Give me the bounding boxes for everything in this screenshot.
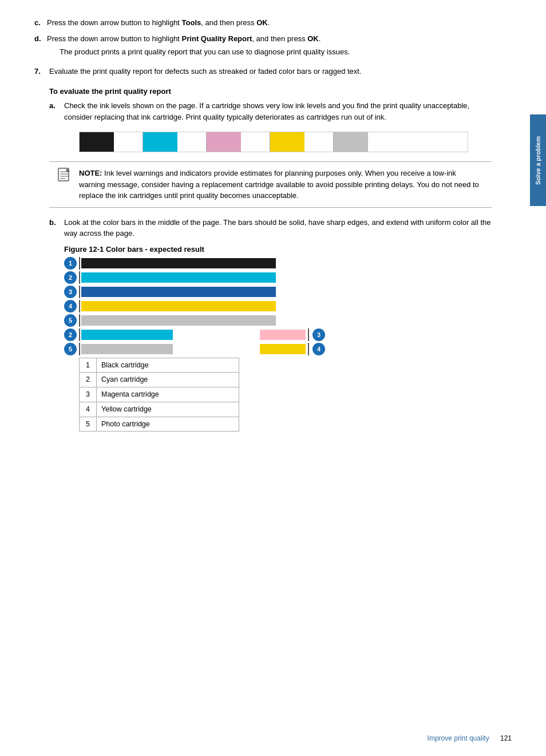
ink-photo-filled bbox=[334, 132, 368, 152]
step-c-text: Press the down arrow button to highlight… bbox=[47, 17, 492, 29]
svg-marker-5 bbox=[66, 168, 70, 172]
bar-line-5 bbox=[79, 314, 327, 327]
badge-5b: 5 bbox=[64, 343, 77, 355]
footer-text: Improve print quality bbox=[428, 734, 489, 742]
sidebar-label: Solve a problem bbox=[535, 136, 541, 185]
bar-fill-2 bbox=[81, 272, 276, 283]
legend-row-2: 2 Cyan cartridge bbox=[80, 373, 239, 387]
step-b-text: Look at the color bars in the middle of … bbox=[64, 217, 492, 239]
subsection-header: To evaluate the print quality report bbox=[49, 87, 492, 96]
bar-row-1: 1 bbox=[64, 257, 327, 270]
legend-num-2: 2 bbox=[80, 373, 97, 387]
ink-photo-empty bbox=[368, 132, 397, 152]
legend-row-4: 4 Yellow cartridge bbox=[80, 402, 239, 417]
legend-table: 1 Black cartridge 2 Cyan cartridge 3 Mag… bbox=[79, 358, 239, 432]
ink-strip bbox=[79, 132, 468, 152]
note-box: NOTE: Ink level warnings and indicators … bbox=[49, 161, 492, 208]
bar-line-2 bbox=[79, 271, 327, 284]
footer-page: 121 bbox=[500, 734, 512, 742]
subsection: To evaluate the print quality report a. … bbox=[49, 87, 492, 432]
ink-magenta bbox=[206, 132, 270, 152]
bar-marker-5 bbox=[79, 314, 80, 327]
step-7-text: Evaluate the print quality report for de… bbox=[49, 66, 492, 77]
ink-cyan-empty bbox=[177, 132, 206, 152]
note-text: Ink level warnings and indicators provid… bbox=[79, 169, 479, 200]
bar-marker-4 bbox=[79, 300, 80, 312]
badge-2: 2 bbox=[64, 271, 77, 284]
bar-line-4 bbox=[79, 300, 327, 312]
ink-yellow bbox=[270, 132, 333, 152]
split-fill-pink bbox=[260, 330, 306, 340]
bar-row-5: 5 bbox=[64, 314, 327, 327]
step-c-label: c. bbox=[34, 17, 47, 29]
split-right-2: 4 bbox=[260, 343, 327, 355]
bar-fill-3 bbox=[81, 287, 276, 297]
bar-fill-4 bbox=[81, 301, 276, 311]
split-row-1: 2 3 bbox=[64, 328, 327, 341]
legend-num-1: 1 bbox=[80, 358, 97, 373]
ink-black-empty bbox=[114, 132, 143, 152]
legend-label-2: Cyan cartridge bbox=[97, 373, 239, 387]
sidebar-tab: Solve a problem bbox=[530, 114, 546, 206]
split-fill-cyan bbox=[81, 330, 173, 340]
ink-cyan bbox=[143, 132, 206, 152]
note-icon bbox=[57, 168, 73, 201]
split-fill-gray bbox=[81, 344, 173, 354]
legend-num-3: 3 bbox=[80, 387, 97, 402]
step-d-label: d. bbox=[34, 33, 47, 58]
split-marker-1 bbox=[79, 328, 80, 341]
legend-label-5: Photo cartridge bbox=[97, 417, 239, 432]
step-d-sub: The product prints a print quality repor… bbox=[60, 46, 492, 58]
legend-row-1: 1 Black cartridge bbox=[80, 358, 239, 373]
bar-row-4: 4 bbox=[64, 300, 327, 312]
step-7-label: 7. bbox=[34, 66, 49, 77]
footer: Improve print quality 121 bbox=[428, 734, 512, 742]
color-bars-chart: 1 2 bbox=[64, 257, 327, 355]
bar-marker-3 bbox=[79, 286, 80, 298]
split-row-2: 5 4 bbox=[64, 343, 327, 355]
step-d-text: Press the down arrow button to highlight… bbox=[47, 33, 492, 58]
legend-label-4: Yellow cartridge bbox=[97, 402, 239, 417]
ink-strip-container bbox=[64, 132, 492, 152]
split-right-1: 3 bbox=[260, 328, 327, 341]
bar-line-3 bbox=[79, 286, 327, 298]
legend-num-5: 5 bbox=[80, 417, 97, 432]
badge-3b: 3 bbox=[312, 328, 325, 341]
badge-3: 3 bbox=[64, 286, 77, 298]
main-content: c. Press the down arrow button to highli… bbox=[34, 17, 492, 432]
ink-yellow-empty bbox=[304, 132, 333, 152]
badge-2b: 2 bbox=[64, 328, 77, 341]
bar-fill-1 bbox=[81, 258, 276, 268]
legend-num-4: 4 bbox=[80, 402, 97, 417]
figure-area: Figure 12-1 Color bars - expected result… bbox=[64, 245, 350, 432]
legend-label-1: Black cartridge bbox=[97, 358, 239, 373]
ink-cyan-filled bbox=[143, 132, 177, 152]
note-label: NOTE: bbox=[79, 169, 102, 177]
split-fill-yellow bbox=[260, 344, 306, 354]
step-b: b. Look at the color bars in the middle … bbox=[49, 217, 492, 239]
badge-5: 5 bbox=[64, 314, 77, 327]
ink-magenta-filled bbox=[207, 132, 241, 152]
split-bar-1: 3 bbox=[79, 328, 327, 341]
bar-row-3: 3 bbox=[64, 286, 327, 298]
legend-row-5: 5 Photo cartridge bbox=[80, 417, 239, 432]
split-marker-2 bbox=[79, 343, 80, 355]
step-7: 7. Evaluate the print quality report for… bbox=[34, 66, 492, 77]
legend-row-3: 3 Magenta cartridge bbox=[80, 387, 239, 402]
bar-line-1 bbox=[79, 257, 327, 270]
step-d: d. Press the down arrow button to highli… bbox=[34, 33, 492, 58]
split-marker-2r bbox=[308, 343, 309, 355]
page: Solve a problem c. Press the down arrow … bbox=[0, 0, 546, 756]
bar-fill-5 bbox=[81, 315, 276, 326]
split-marker-1r bbox=[308, 328, 309, 341]
figure-caption: Figure 12-1 Color bars - expected result bbox=[64, 245, 350, 254]
step-a: a. Check the ink levels shown on the pag… bbox=[49, 100, 492, 122]
badge-1: 1 bbox=[64, 257, 77, 270]
ink-black-filled bbox=[80, 132, 114, 152]
step-a-text: Check the ink levels shown on the page. … bbox=[64, 100, 492, 122]
bar-marker-1 bbox=[79, 257, 80, 270]
ink-yellow-filled bbox=[270, 132, 304, 152]
ink-photo bbox=[333, 132, 397, 152]
bar-row-2: 2 bbox=[64, 271, 327, 284]
ink-black bbox=[80, 132, 143, 152]
